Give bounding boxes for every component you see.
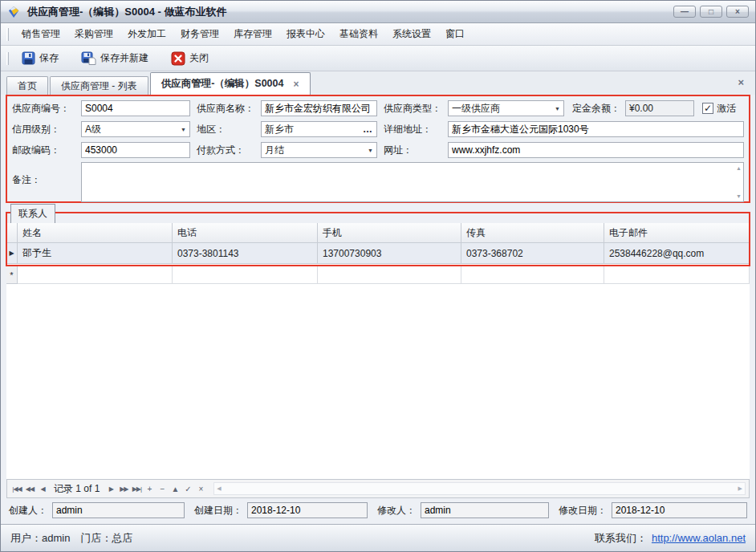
maximize-button[interactable]: □: [700, 6, 722, 18]
supplier-code-input[interactable]: [81, 100, 190, 116]
form-row-1: 供应商编号： 供应商名称： 供应商类型： 一级供应商 ▼ 定金余额： ¥0.00…: [12, 99, 744, 117]
record-count-text: 记录 1 of 1: [54, 482, 100, 496]
close-tab-button[interactable]: 关闭: [164, 48, 216, 69]
nav-prior-button[interactable]: ◀: [36, 485, 49, 493]
tab-contacts[interactable]: 联系人: [10, 204, 55, 223]
menu-inventory[interactable]: 库存管理: [226, 24, 279, 44]
nav-edit-button[interactable]: ▲: [169, 485, 181, 493]
nav-first-button[interactable]: |◀◀: [10, 485, 23, 493]
column-header-phone[interactable]: 电话: [173, 223, 318, 243]
nav-append-button[interactable]: +: [143, 485, 156, 493]
menu-outsourcing[interactable]: 外发加工: [120, 24, 173, 44]
minimize-button[interactable]: —: [673, 6, 696, 18]
remark-label: 备注：: [12, 173, 81, 187]
new-cell-mobile[interactable]: [318, 266, 461, 284]
contact-us-link[interactable]: http://www.aolan.net: [652, 532, 746, 544]
cell-email[interactable]: 2538446228@qq.com: [604, 243, 750, 264]
payment-select[interactable]: 月结 ▼: [261, 142, 377, 158]
new-cell-name[interactable]: [18, 266, 173, 284]
postcode-value[interactable]: [85, 143, 186, 157]
website-label: 网址：: [384, 144, 448, 157]
supplier-form-panel: 供应商编号： 供应商名称： 供应商类型： 一级供应商 ▼ 定金余额： ¥0.00…: [6, 95, 750, 203]
tab-close-icon[interactable]: ×: [293, 79, 299, 90]
tab-supplier-list-label: 供应商管理 - 列表: [61, 79, 137, 93]
grid-new-row[interactable]: *: [6, 266, 750, 284]
status-bar: 用户：admin 门店：总店 联系我们： http://www.aolan.ne…: [1, 524, 755, 551]
save-and-new-button[interactable]: 保存并新建: [74, 48, 156, 68]
column-header-mobile[interactable]: 手机: [318, 223, 461, 243]
chevron-down-icon[interactable]: ▼: [368, 148, 373, 153]
browse-ellipsis-icon[interactable]: …: [363, 124, 373, 135]
menu-basedata[interactable]: 基础资料: [332, 24, 385, 44]
save-button[interactable]: 保存: [14, 48, 66, 68]
tabstrip-close-icon[interactable]: ×: [738, 76, 744, 88]
row-marker-icon: ▶: [6, 243, 18, 264]
cell-name[interactable]: 邵予生: [18, 243, 173, 264]
column-header-name[interactable]: 姓名: [18, 223, 173, 243]
website-value[interactable]: [452, 143, 740, 157]
menu-window[interactable]: 窗口: [438, 24, 472, 44]
active-checkbox[interactable]: ✓: [702, 103, 713, 114]
tab-home[interactable]: 首页: [6, 76, 48, 95]
record-navigator: |◀◀ ◀◀ ◀ 记录 1 of 1 ▶ ▶▶ ▶▶| + − ▲ ✓ × ◀ …: [6, 479, 750, 498]
toolbar-grip-icon: [6, 52, 9, 65]
active-label: 激活: [717, 102, 736, 116]
created-by-input: [52, 502, 185, 518]
cell-phone[interactable]: 0373-3801143: [173, 243, 318, 264]
tab-home-label: 首页: [18, 79, 37, 93]
modified-by-label: 修改人：: [377, 504, 421, 518]
supplier-name-value[interactable]: [265, 101, 373, 116]
chevron-down-icon[interactable]: ▼: [181, 127, 186, 132]
menu-settings[interactable]: 系统设置: [385, 24, 438, 44]
supplier-type-select[interactable]: 一级供应商 ▼: [448, 100, 564, 116]
column-header-fax[interactable]: 传真: [461, 223, 604, 243]
nav-next-button[interactable]: ▶: [104, 485, 117, 493]
close-window-button[interactable]: ×: [726, 6, 749, 18]
save-and-new-label: 保存并新建: [100, 51, 148, 65]
nav-prior-page-button[interactable]: ◀◀: [23, 485, 36, 493]
tab-supplier-list[interactable]: 供应商管理 - 列表: [50, 76, 148, 95]
menu-sales[interactable]: 销售管理: [14, 24, 67, 44]
nav-last-button[interactable]: ▶▶|: [130, 485, 143, 493]
scroll-down-icon[interactable]: ▼: [736, 193, 742, 199]
supplier-code-value[interactable]: [85, 101, 186, 116]
created-date-input: [247, 502, 368, 518]
menu-finance[interactable]: 财务管理: [173, 24, 226, 44]
credit-level-select[interactable]: A级 ▼: [81, 121, 190, 137]
new-cell-email[interactable]: [604, 266, 750, 284]
payment-value: 月结: [265, 144, 284, 157]
new-cell-phone[interactable]: [173, 266, 318, 284]
new-cell-fax[interactable]: [461, 266, 604, 284]
menu-reports[interactable]: 报表中心: [279, 24, 332, 44]
nav-next-page-button[interactable]: ▶▶: [117, 485, 130, 493]
menubar-grip-icon: [6, 28, 9, 41]
nav-post-button[interactable]: ✓: [181, 485, 194, 493]
contact-us-label: 联系我们：: [595, 531, 647, 546]
credit-level-label: 信用级别：: [12, 123, 81, 136]
column-header-email[interactable]: 电子邮件: [604, 223, 750, 243]
credit-level-value: A级: [85, 123, 101, 136]
table-row[interactable]: ▶ 邵予生 0373-3801143 13700730903 0373-3687…: [6, 243, 750, 264]
supplier-name-input[interactable]: [261, 100, 377, 116]
scroll-left-icon[interactable]: ◀: [217, 485, 221, 492]
address-value[interactable]: [452, 122, 740, 136]
deposit-label: 定金余额：: [569, 102, 625, 116]
remark-field: ▲ ▼: [81, 162, 744, 202]
cell-mobile[interactable]: 13700730903: [318, 243, 461, 264]
remark-textarea[interactable]: [81, 162, 744, 202]
chevron-down-icon[interactable]: ▼: [555, 106, 560, 112]
deposit-input: ¥0.00: [625, 100, 694, 116]
horizontal-scrollbar[interactable]: ◀ ▶: [213, 482, 746, 495]
scroll-up-icon[interactable]: ▲: [736, 165, 742, 171]
region-input[interactable]: 新乡市 …: [261, 121, 377, 137]
cell-fax[interactable]: 0373-368702: [461, 243, 604, 264]
form-row-3: 邮政编码： 付款方式： 月结 ▼ 网址：: [12, 141, 744, 159]
nav-cancel-button[interactable]: ×: [194, 485, 207, 493]
nav-delete-button[interactable]: −: [156, 485, 169, 493]
address-input[interactable]: [448, 121, 744, 137]
postcode-input[interactable]: [81, 142, 190, 158]
tab-supplier-edit[interactable]: 供应商管理-（编辑）S0004 ×: [150, 72, 311, 95]
menu-purchase[interactable]: 采购管理: [67, 24, 120, 44]
scroll-right-icon[interactable]: ▶: [738, 485, 742, 492]
website-input[interactable]: [448, 142, 744, 158]
